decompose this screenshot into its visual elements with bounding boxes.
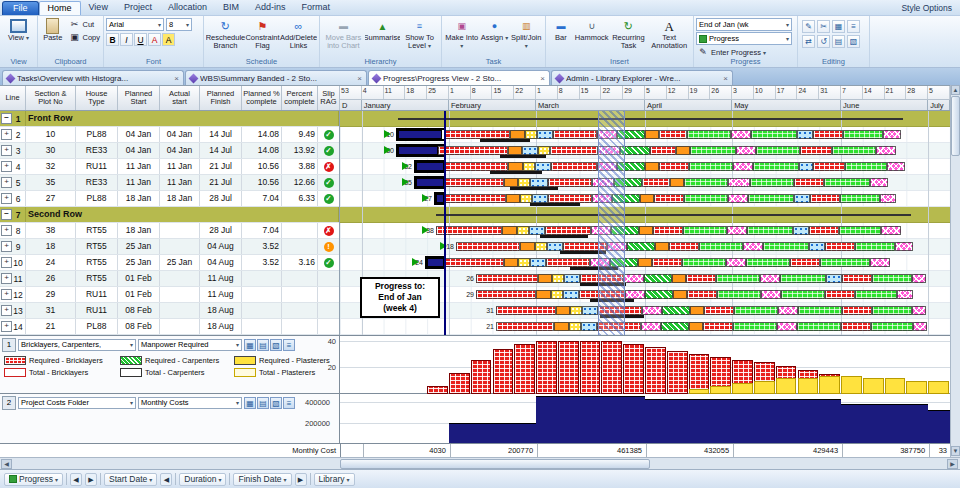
gantt-bar-dotblue[interactable] [522, 146, 538, 155]
column-header[interactable]: Planned % complete [242, 86, 282, 110]
graph-type-combo[interactable]: Manpower Required▾ [138, 339, 242, 351]
gantt-bar-brick[interactable] [652, 258, 682, 267]
gantt-bar-black[interactable] [590, 299, 634, 302]
gantt-bar-hatchpink[interactable] [881, 226, 901, 235]
gantt-bar-greenhatch[interactable] [614, 178, 642, 187]
gantt-bar-hatchpink[interactable] [777, 322, 797, 331]
gantt-bar-hatchpink[interactable] [733, 162, 753, 171]
gantt-bar-yellow[interactable] [551, 290, 563, 299]
expand-icon[interactable]: + [1, 289, 12, 300]
gantt-bar-dotblue[interactable] [793, 226, 809, 235]
cell-plot[interactable]: 18 [26, 239, 76, 254]
cell-actual-start[interactable]: 04 Jan [160, 143, 200, 158]
cell-actual-start[interactable] [160, 239, 200, 254]
file-tab[interactable]: File [2, 1, 39, 15]
gantt-bar-hatchpink[interactable] [592, 178, 614, 187]
manpower-histogram-chart[interactable] [340, 336, 950, 394]
cell-planned-start[interactable]: 04 Jan [118, 143, 160, 158]
timeline-header[interactable]: 5341118251815221815222951219263101724317… [340, 85, 950, 111]
gantt-bar-hatchpink[interactable] [912, 306, 926, 315]
gantt-bar-orange[interactable] [639, 226, 653, 235]
library-button[interactable]: Library▾ [314, 473, 355, 486]
histogram-toolbar-icon-1[interactable]: ▤ [257, 339, 269, 351]
gantt-bar-black[interactable] [560, 251, 606, 254]
group-row[interactable]: −7Second Row [0, 207, 339, 223]
collapse-icon[interactable]: − [1, 113, 12, 124]
expand-icon[interactable]: + [1, 321, 12, 332]
close-icon[interactable]: × [540, 74, 545, 83]
gantt-bar-brick[interactable] [438, 146, 508, 155]
constraint-flag-button[interactable]: ⚑ Constraint Flag [245, 18, 280, 58]
histogram-toolbar-icon-0[interactable]: ▦ [244, 397, 256, 409]
gantt-bar-yellow[interactable] [535, 242, 547, 251]
gantt-bar-orange[interactable] [655, 242, 669, 251]
gantt-bar-green[interactable] [820, 258, 870, 267]
cell-planned-finish[interactable]: 11 Aug [200, 287, 242, 302]
gantt-bar-brick[interactable] [800, 146, 832, 155]
highlight-button[interactable]: A [162, 33, 175, 46]
gantt-bar-orange[interactable] [689, 322, 703, 331]
gantt-bar-green[interactable] [682, 258, 726, 267]
expand-icon[interactable]: + [1, 305, 12, 316]
gantt-bar-yellow[interactable] [517, 226, 529, 235]
gantt-bar-brick[interactable] [842, 306, 872, 315]
cell-percent-complete[interactable]: 13.92 [282, 143, 318, 158]
cell-planned-pct[interactable] [242, 303, 282, 318]
cell-plot[interactable]: 30 [26, 143, 76, 158]
gantt-bar-hatchpink[interactable] [591, 226, 611, 235]
progress-type-combo[interactable]: Progress▾ [696, 32, 792, 45]
gantt-bar-orange[interactable] [510, 130, 525, 139]
gantt-bar-green[interactable] [839, 226, 881, 235]
gantt-bar-brick[interactable] [703, 322, 733, 331]
gantt-bar-brick[interactable] [650, 146, 676, 155]
gantt-bar-brick[interactable] [496, 306, 556, 315]
gantt-bar-greenhatch[interactable] [617, 162, 645, 171]
cell-planned-start[interactable]: 08 Feb [118, 303, 160, 318]
show-to-level-button[interactable]: ≡ Show To Level ▾ [400, 18, 439, 58]
gantt-bar-dotblue[interactable] [530, 258, 546, 267]
gantt-bar-orange[interactable] [645, 130, 659, 139]
gantt-bar-orange[interactable] [672, 274, 686, 283]
gantt-bar-brick[interactable] [790, 258, 820, 267]
cell-planned-finish[interactable]: 18 Aug [200, 319, 242, 334]
gantt-bar-brick[interactable] [813, 162, 845, 171]
cell-percent-complete[interactable]: 6.33 [282, 191, 318, 206]
cell-plot[interactable]: 32 [26, 159, 76, 174]
view-button[interactable]: View ▾ [2, 18, 35, 58]
gantt-bar-hatchpink[interactable] [597, 130, 617, 139]
gantt-bar-green[interactable] [746, 258, 790, 267]
gantt-bar-greenhatch[interactable] [620, 146, 650, 155]
cell-plot[interactable]: 29 [26, 287, 76, 302]
paste-button[interactable]: Paste [40, 18, 65, 58]
gantt-bar-orange[interactable] [506, 194, 520, 203]
gantt-bar-greenhatch[interactable] [617, 130, 645, 139]
gantt-bar-hatchpink[interactable] [876, 146, 896, 155]
histogram-toolbar-icon-3[interactable]: ≡ [283, 397, 295, 409]
task-row[interactable]: +330RE3304 Jan04 Jan14 Jul14.0813.92✓ [0, 143, 339, 159]
task-row[interactable]: +1331RU1108 Feb18 Aug [0, 303, 339, 319]
gantt-bar-orange[interactable] [645, 162, 659, 171]
gantt-bar-green[interactable] [716, 274, 760, 283]
column-header[interactable]: House Type [76, 86, 118, 110]
scroll-down-icon[interactable]: ▼ [951, 446, 960, 456]
gantt-bar-orange[interactable] [536, 290, 551, 299]
gantt-bar-orange[interactable] [508, 146, 522, 155]
cell-actual-start[interactable]: 18 Jan [160, 191, 200, 206]
cell-planned-pct[interactable] [242, 271, 282, 286]
task-row[interactable]: +210PL8804 Jan04 Jan14 Jul14.089.49✓ [0, 127, 339, 143]
column-header[interactable]: Section & Plot No [26, 86, 76, 110]
gantt-bar-hatchpink[interactable] [597, 162, 617, 171]
style-options-button[interactable]: Style Options [895, 1, 958, 15]
cell-house-type[interactable]: RU11 [76, 303, 118, 318]
gantt-bar-greenhatch[interactable] [612, 194, 640, 203]
cell-planned-start[interactable]: 11 Jan [118, 175, 160, 190]
gantt-bar-brick[interactable] [456, 242, 520, 251]
gantt-bar-green[interactable] [840, 194, 880, 203]
underline-button[interactable]: U [134, 33, 147, 46]
gantt-bar-brick[interactable] [545, 226, 591, 235]
column-header[interactable]: Line [0, 86, 26, 110]
gantt-bar-green[interactable] [832, 146, 876, 155]
cell-planned-start[interactable]: 18 Jan [118, 191, 160, 206]
gantt-bar-brick[interactable] [598, 306, 642, 315]
gantt-bar-hatchpink[interactable] [870, 258, 890, 267]
